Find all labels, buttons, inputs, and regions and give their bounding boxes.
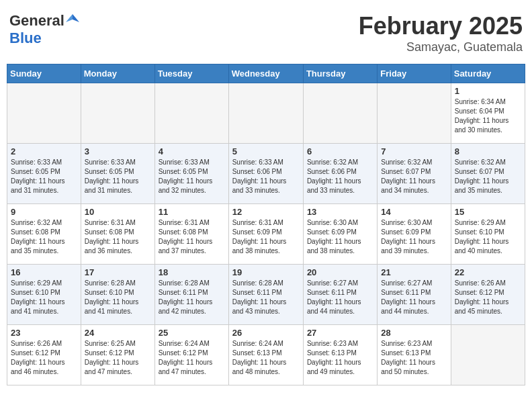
day-number: 18 — [159, 267, 225, 277]
day-number: 4 — [159, 146, 225, 156]
calendar-table: SundayMondayTuesdayWednesdayThursdayFrid… — [7, 64, 525, 385]
calendar-cell: 27Sunrise: 6:23 AM Sunset: 6:13 PM Dayli… — [303, 325, 377, 385]
day-info: Sunrise: 6:33 AM Sunset: 6:05 PM Dayligh… — [11, 158, 77, 195]
svg-marker-0 — [73, 14, 79, 22]
calendar-cell: 12Sunrise: 6:31 AM Sunset: 6:09 PM Dayli… — [228, 204, 303, 265]
day-number: 1 — [455, 86, 521, 96]
day-number: 9 — [11, 207, 77, 217]
calendar-cell: 24Sunrise: 6:25 AM Sunset: 6:12 PM Dayli… — [81, 325, 154, 385]
week-row-2: 2Sunrise: 6:33 AM Sunset: 6:05 PM Daylig… — [7, 144, 525, 204]
day-number: 20 — [307, 267, 373, 277]
day-number: 16 — [11, 267, 77, 277]
day-info: Sunrise: 6:31 AM Sunset: 6:09 PM Dayligh… — [232, 218, 300, 256]
page-header: General Blue February 2025 Samayac, Guat… — [7, 7, 525, 60]
day-number: 5 — [232, 146, 300, 156]
weekday-header-tuesday: Tuesday — [154, 64, 228, 83]
logo-bird-icon — [66, 13, 79, 26]
weekday-header-friday: Friday — [378, 64, 451, 83]
day-info: Sunrise: 6:31 AM Sunset: 6:08 PM Dayligh… — [85, 218, 151, 256]
calendar-cell: 18Sunrise: 6:28 AM Sunset: 6:11 PM Dayli… — [154, 265, 228, 325]
day-info: Sunrise: 6:32 AM Sunset: 6:07 PM Dayligh… — [381, 158, 447, 195]
day-info: Sunrise: 6:30 AM Sunset: 6:09 PM Dayligh… — [381, 218, 447, 256]
calendar-cell: 22Sunrise: 6:26 AM Sunset: 6:12 PM Dayli… — [451, 265, 525, 325]
day-info: Sunrise: 6:27 AM Sunset: 6:11 PM Dayligh… — [307, 279, 373, 316]
day-number: 13 — [307, 207, 373, 217]
week-row-5: 23Sunrise: 6:26 AM Sunset: 6:12 PM Dayli… — [7, 325, 525, 385]
day-number: 26 — [232, 328, 300, 338]
day-number: 3 — [85, 146, 151, 156]
day-info: Sunrise: 6:33 AM Sunset: 6:05 PM Dayligh… — [159, 158, 225, 195]
calendar-cell — [451, 325, 525, 385]
calendar-cell: 7Sunrise: 6:32 AM Sunset: 6:07 PM Daylig… — [378, 144, 451, 204]
day-info: Sunrise: 6:23 AM Sunset: 6:13 PM Dayligh… — [307, 339, 373, 377]
calendar-cell: 3Sunrise: 6:33 AM Sunset: 6:05 PM Daylig… — [81, 144, 154, 204]
day-number: 11 — [159, 207, 225, 217]
day-info: Sunrise: 6:26 AM Sunset: 6:12 PM Dayligh… — [455, 279, 521, 316]
day-number: 21 — [381, 267, 447, 277]
week-row-3: 9Sunrise: 6:32 AM Sunset: 6:08 PM Daylig… — [7, 204, 525, 265]
calendar-cell — [378, 83, 451, 144]
day-number: 28 — [381, 328, 447, 338]
calendar-cell: 10Sunrise: 6:31 AM Sunset: 6:08 PM Dayli… — [81, 204, 154, 265]
day-info: Sunrise: 6:34 AM Sunset: 6:04 PM Dayligh… — [455, 97, 521, 135]
day-number: 6 — [307, 146, 373, 156]
day-info: Sunrise: 6:27 AM Sunset: 6:11 PM Dayligh… — [381, 279, 447, 316]
day-number: 12 — [232, 207, 300, 217]
calendar-location: Samayac, Guatemala — [359, 40, 523, 54]
day-info: Sunrise: 6:29 AM Sunset: 6:10 PM Dayligh… — [455, 218, 521, 256]
day-number: 19 — [232, 267, 300, 277]
calendar-cell: 6Sunrise: 6:32 AM Sunset: 6:06 PM Daylig… — [303, 144, 377, 204]
calendar-cell: 11Sunrise: 6:31 AM Sunset: 6:08 PM Dayli… — [154, 204, 228, 265]
day-info: Sunrise: 6:26 AM Sunset: 6:12 PM Dayligh… — [11, 339, 77, 377]
weekday-header-sunday: Sunday — [7, 64, 81, 83]
weekday-header-saturday: Saturday — [451, 64, 525, 83]
calendar-cell: 19Sunrise: 6:28 AM Sunset: 6:11 PM Dayli… — [228, 265, 303, 325]
day-info: Sunrise: 6:32 AM Sunset: 6:07 PM Dayligh… — [455, 158, 521, 195]
day-info: Sunrise: 6:24 AM Sunset: 6:12 PM Dayligh… — [159, 339, 225, 377]
calendar-cell: 26Sunrise: 6:24 AM Sunset: 6:13 PM Dayli… — [228, 325, 303, 385]
calendar-cell — [303, 83, 377, 144]
day-number: 8 — [455, 146, 521, 156]
title-block: February 2025 Samayac, Guatemala — [359, 12, 523, 54]
calendar-cell: 14Sunrise: 6:30 AM Sunset: 6:09 PM Dayli… — [378, 204, 451, 265]
calendar-cell: 4Sunrise: 6:33 AM Sunset: 6:05 PM Daylig… — [154, 144, 228, 204]
logo: General Blue — [9, 12, 79, 47]
calendar-cell: 13Sunrise: 6:30 AM Sunset: 6:09 PM Dayli… — [303, 204, 377, 265]
calendar-cell — [81, 83, 154, 144]
calendar-cell — [154, 83, 228, 144]
calendar-cell: 2Sunrise: 6:33 AM Sunset: 6:05 PM Daylig… — [7, 144, 81, 204]
day-info: Sunrise: 6:29 AM Sunset: 6:10 PM Dayligh… — [11, 279, 77, 316]
calendar-cell: 28Sunrise: 6:23 AM Sunset: 6:13 PM Dayli… — [378, 325, 451, 385]
day-info: Sunrise: 6:32 AM Sunset: 6:08 PM Dayligh… — [11, 218, 77, 256]
weekday-header-wednesday: Wednesday — [228, 64, 303, 83]
calendar-cell: 23Sunrise: 6:26 AM Sunset: 6:12 PM Dayli… — [7, 325, 81, 385]
calendar-cell — [228, 83, 303, 144]
calendar-cell: 5Sunrise: 6:33 AM Sunset: 6:06 PM Daylig… — [228, 144, 303, 204]
day-number: 7 — [381, 146, 447, 156]
calendar-cell: 15Sunrise: 6:29 AM Sunset: 6:10 PM Dayli… — [451, 204, 525, 265]
logo-blue: Blue — [9, 30, 42, 46]
week-row-1: 1Sunrise: 6:34 AM Sunset: 6:04 PM Daylig… — [7, 83, 525, 144]
day-number: 17 — [85, 267, 151, 277]
weekday-header-thursday: Thursday — [303, 64, 377, 83]
svg-marker-1 — [66, 14, 73, 22]
calendar-cell: 9Sunrise: 6:32 AM Sunset: 6:08 PM Daylig… — [7, 204, 81, 265]
day-info: Sunrise: 6:23 AM Sunset: 6:13 PM Dayligh… — [381, 339, 447, 377]
calendar-title: February 2025 — [359, 12, 523, 40]
day-number: 24 — [85, 328, 151, 338]
day-info: Sunrise: 6:30 AM Sunset: 6:09 PM Dayligh… — [307, 218, 373, 256]
calendar-cell: 25Sunrise: 6:24 AM Sunset: 6:12 PM Dayli… — [154, 325, 228, 385]
day-number: 15 — [455, 207, 521, 217]
day-info: Sunrise: 6:33 AM Sunset: 6:06 PM Dayligh… — [232, 158, 300, 195]
day-number: 10 — [85, 207, 151, 217]
weekday-header-monday: Monday — [81, 64, 154, 83]
day-info: Sunrise: 6:33 AM Sunset: 6:05 PM Dayligh… — [85, 158, 151, 195]
calendar-cell — [7, 83, 81, 144]
day-number: 22 — [455, 267, 521, 277]
day-number: 14 — [381, 207, 447, 217]
logo-general: General — [9, 12, 64, 30]
calendar-cell: 8Sunrise: 6:32 AM Sunset: 6:07 PM Daylig… — [451, 144, 525, 204]
day-number: 27 — [307, 328, 373, 338]
day-info: Sunrise: 6:28 AM Sunset: 6:10 PM Dayligh… — [85, 279, 151, 316]
calendar-cell: 21Sunrise: 6:27 AM Sunset: 6:11 PM Dayli… — [378, 265, 451, 325]
